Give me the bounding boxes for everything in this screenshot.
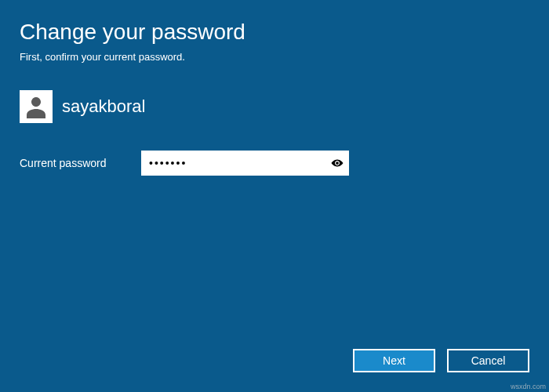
- page-subtitle: First, confirm your current password.: [20, 51, 529, 63]
- user-icon: [22, 93, 50, 121]
- watermark: wsxdn.com: [511, 383, 546, 390]
- password-input-wrap: [141, 151, 349, 176]
- user-row: sayakboral: [20, 90, 529, 123]
- avatar: [20, 90, 53, 123]
- change-password-screen: Change your password First, confirm your…: [0, 0, 549, 392]
- password-row: Current password: [20, 151, 529, 176]
- current-password-label: Current password: [20, 157, 141, 169]
- current-password-input[interactable]: [141, 151, 325, 176]
- username: sayakboral: [62, 96, 145, 117]
- cancel-button[interactable]: Cancel: [447, 349, 529, 372]
- next-button[interactable]: Next: [353, 349, 435, 372]
- button-bar: Next Cancel: [353, 349, 529, 372]
- reveal-password-icon[interactable]: [325, 151, 349, 176]
- page-title: Change your password: [20, 20, 529, 45]
